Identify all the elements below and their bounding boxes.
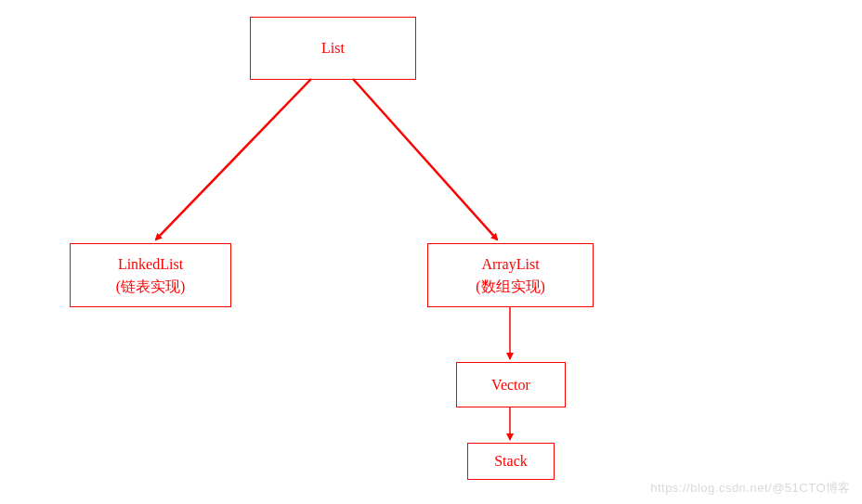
node-linkedlist-line2: (链表实现): [116, 278, 186, 294]
arrow-list-to-arraylist: [353, 79, 497, 239]
node-linkedlist-line1: LinkedList: [118, 256, 183, 272]
node-stack-label: Stack: [494, 450, 528, 472]
node-arraylist-line1: ArrayList: [481, 256, 539, 272]
node-list: List: [250, 17, 416, 80]
node-stack: Stack: [467, 443, 555, 480]
watermark: https://blog.csdn.net/@51CTO博客: [650, 480, 851, 497]
node-arraylist: ArrayList (数组实现): [427, 243, 594, 307]
node-vector-label: Vector: [491, 374, 530, 396]
node-list-label: List: [321, 37, 345, 59]
node-vector: Vector: [456, 362, 566, 407]
node-linkedlist: LinkedList (链表实现): [70, 243, 231, 307]
node-arraylist-line2: (数组实现): [476, 278, 545, 294]
arrow-list-to-linkedlist: [156, 79, 311, 239]
